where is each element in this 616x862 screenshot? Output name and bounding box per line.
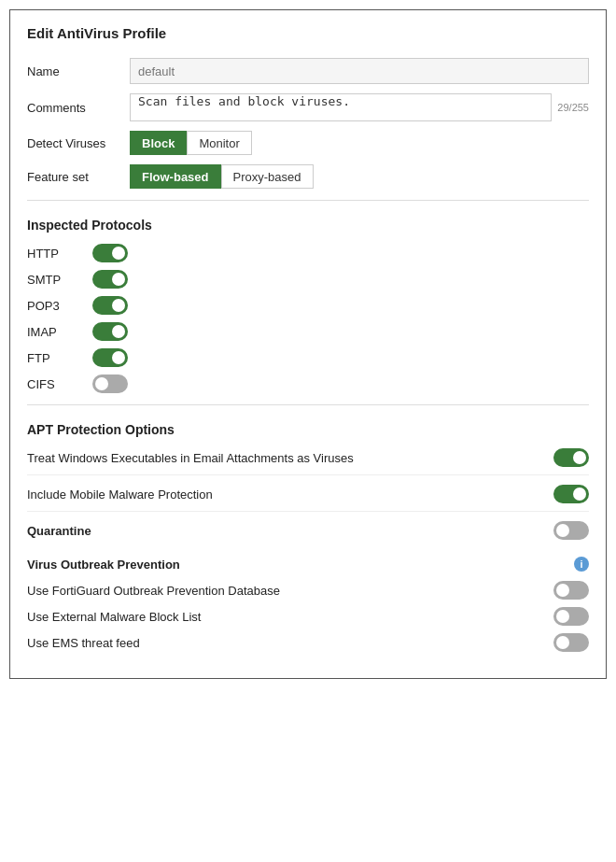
protocol-row: HTTP — [27, 244, 589, 262]
protocol-row: SMTP — [27, 270, 589, 289]
protocol-toggle[interactable] — [92, 348, 128, 367]
protocol-label: SMTP — [27, 273, 92, 287]
protocol-label: POP3 — [27, 299, 92, 313]
sub-option-label: Use EMS threat feed — [27, 636, 553, 650]
virus-outbreak-label: Virus Outbreak Prevention — [27, 558, 570, 572]
feature-set-label: Feature set — [27, 170, 130, 184]
comments-row: Comments Scan files and block viruses. 2… — [27, 93, 589, 121]
apt-option-row: Quarantine — [27, 521, 589, 547]
sub-options-container: Use FortiGuard Outbreak Prevention Datab… — [27, 581, 589, 652]
sub-option-label: Use External Malware Block List — [27, 610, 553, 624]
apt-option-label: Include Mobile Malware Protection — [27, 488, 553, 502]
name-row: Name — [27, 58, 589, 84]
protocol-toggle[interactable] — [92, 322, 128, 341]
apt-title: APT Protection Options — [27, 422, 589, 437]
protocol-label: CIFS — [27, 377, 92, 391]
feature-set-btn-group: Flow-based Proxy-based — [130, 164, 314, 189]
panel-title: Edit AntiVirus Profile — [27, 25, 589, 41]
sub-toggle[interactable] — [553, 633, 589, 652]
sub-option-row: Use External Malware Block List — [27, 607, 589, 626]
char-count: 29/255 — [557, 102, 589, 113]
comments-wrapper: Scan files and block viruses. 29/255 — [130, 93, 589, 121]
apt-toggle[interactable] — [553, 521, 589, 540]
protocol-toggle[interactable] — [92, 270, 128, 289]
comments-input[interactable]: Scan files and block viruses. — [130, 93, 552, 121]
protocol-label: FTP — [27, 351, 92, 365]
info-icon[interactable]: i — [574, 557, 589, 572]
apt-option-label: Treat Windows Executables in Email Attac… — [27, 451, 553, 465]
detect-viruses-label: Detect Viruses — [27, 136, 130, 150]
protocol-label: IMAP — [27, 325, 92, 339]
apt-toggle[interactable] — [553, 485, 589, 503]
protocols-container: HTTPSMTPPOP3IMAPFTPCIFS — [27, 244, 589, 393]
protocol-label: HTTP — [27, 247, 92, 261]
sub-toggle[interactable] — [553, 607, 589, 626]
protocol-toggle[interactable] — [92, 296, 128, 315]
name-input[interactable] — [130, 58, 589, 84]
apt-options-container: Treat Windows Executables in Email Attac… — [27, 448, 589, 547]
feature-proxy-based-btn[interactable]: Proxy-based — [221, 164, 314, 189]
protocol-toggle[interactable] — [92, 374, 128, 393]
divider-2 — [27, 404, 589, 405]
virus-outbreak-row: Virus Outbreak Prevention i — [27, 557, 589, 572]
protocol-row: FTP — [27, 348, 589, 367]
protocol-row: IMAP — [27, 322, 589, 341]
sub-option-row: Use FortiGuard Outbreak Prevention Datab… — [27, 581, 589, 600]
protocol-row: POP3 — [27, 296, 589, 315]
apt-toggle[interactable] — [553, 448, 589, 467]
detect-viruses-btn-group: Block Monitor — [130, 131, 252, 155]
sub-toggle[interactable] — [553, 581, 589, 600]
name-label: Name — [27, 64, 130, 78]
feature-set-row: Feature set Flow-based Proxy-based — [27, 164, 589, 189]
detect-viruses-block-btn[interactable]: Block — [130, 131, 187, 155]
inspected-protocols-title: Inspected Protocols — [27, 218, 589, 233]
sub-option-row: Use EMS threat feed — [27, 633, 589, 652]
feature-flow-based-btn[interactable]: Flow-based — [130, 164, 221, 189]
apt-option-label: Quarantine — [27, 524, 553, 538]
protocol-row: CIFS — [27, 374, 589, 393]
protocol-toggle[interactable] — [92, 244, 128, 262]
detect-viruses-row: Detect Viruses Block Monitor — [27, 131, 589, 155]
sub-option-label: Use FortiGuard Outbreak Prevention Datab… — [27, 584, 553, 598]
divider-1 — [27, 200, 589, 201]
edit-antivirus-panel: Edit AntiVirus Profile Name Comments Sca… — [9, 9, 607, 679]
apt-option-row: Include Mobile Malware Protection — [27, 485, 589, 512]
apt-option-row: Treat Windows Executables in Email Attac… — [27, 448, 589, 475]
comments-label: Comments — [27, 101, 130, 115]
detect-viruses-monitor-btn[interactable]: Monitor — [187, 131, 251, 155]
